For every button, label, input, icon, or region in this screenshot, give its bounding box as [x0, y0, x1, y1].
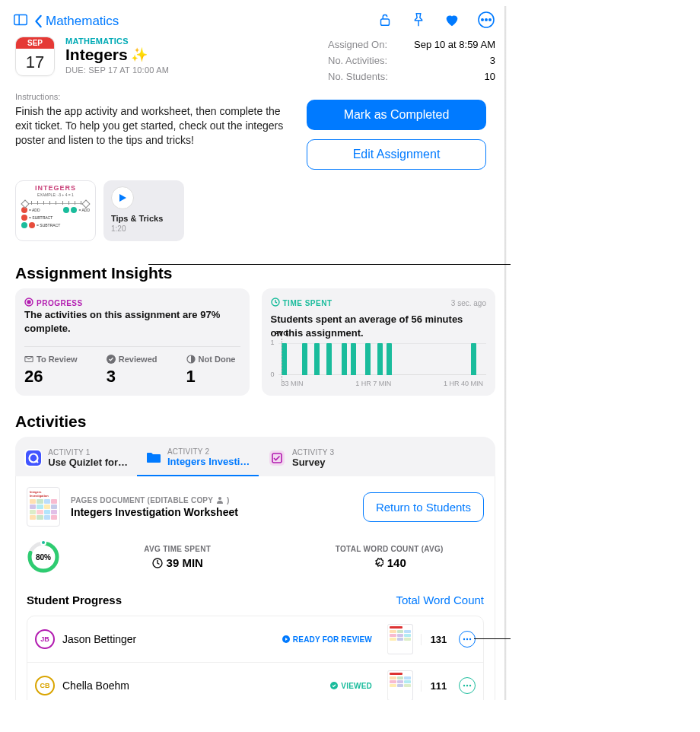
progress-summary: The activities on this assignment are 97… [24, 308, 222, 336]
svg-point-19 [218, 497, 221, 500]
tab-activity-3[interactable]: ACTIVITY 3Survey [259, 440, 380, 476]
attachment-tips-audio[interactable]: Tips & Tricks 1:20 [103, 180, 184, 241]
tab-activity-2[interactable]: ACTIVITY 2Integers Investi… [137, 440, 259, 476]
word-count-value: 140 [387, 556, 406, 569]
activities-heading: Activities [6, 396, 504, 437]
avg-time-value: 39 MIN [167, 556, 203, 569]
time-spent-card: TIME SPENT 3 sec. ago Students spent an … [262, 288, 496, 396]
student-row[interactable]: JB Jason Bettinger READY FOR REVIEW 131 [27, 616, 483, 663]
calendar-month: SEP [16, 37, 54, 49]
svg-point-6 [485, 19, 487, 21]
clock-icon [152, 558, 163, 568]
quizlet-icon [24, 449, 42, 467]
tab-activity-1[interactable]: ACTIVITY 1Use Quizlet for… [15, 440, 137, 476]
instructions-label: Instructions: [15, 92, 294, 101]
time-spent-chart: 10 AVG 33 MIN 1 HR 7 MIN 1 HR 40 MIN [271, 340, 487, 386]
back-label: Mathematics [46, 14, 119, 29]
svg-point-5 [482, 19, 483, 21]
avatar: JB [35, 629, 55, 649]
tips-title: Tips & Tricks [111, 214, 177, 223]
svg-point-7 [489, 19, 491, 21]
svg-rect-15 [26, 450, 41, 466]
tips-duration: 1:20 [111, 224, 177, 233]
due-date: DUE: SEP 17 AT 10:00 AM [65, 65, 169, 75]
document-title: Integers Investigation Worksheet [71, 506, 352, 518]
svg-point-31 [469, 685, 471, 686]
folder-icon [146, 448, 161, 466]
top-bar: Mathematics [6, 6, 504, 33]
lock-open-icon[interactable] [377, 11, 393, 31]
time-summary: Students spent an average of 56 minutes … [271, 313, 469, 340]
row-more-button[interactable] [459, 677, 476, 694]
to-review-label: To Review [24, 355, 78, 364]
more-icon[interactable] [477, 11, 495, 32]
callout-line [148, 264, 511, 265]
svg-point-30 [466, 685, 468, 686]
back-button[interactable]: Mathematics [33, 14, 119, 29]
total-word-count-link[interactable]: Total Word Count [396, 594, 484, 606]
badge-icon [373, 558, 383, 568]
edit-assignment-button[interactable]: Edit Assignment [307, 139, 486, 170]
mark-completed-button[interactable]: Mark as Completed [307, 100, 486, 130]
svg-rect-0 [14, 15, 27, 25]
document-type: PAGES DOCUMENT (EDITABLE COPY ) [71, 496, 352, 504]
reviewed-label: Reviewed [107, 355, 158, 364]
svg-point-25 [463, 638, 465, 640]
student-name: Chella Boehm [62, 679, 323, 692]
attachment-poster[interactable]: INTEGERS EXAMPLE: -3 + 4 = 1 = ADD = ADD… [15, 180, 96, 241]
student-list: JB Jason Bettinger READY FOR REVIEW 131 … [27, 616, 484, 700]
calendar-day: 17 [26, 49, 44, 75]
insights-heading: Assignment Insights [6, 246, 504, 288]
svg-point-26 [466, 638, 468, 640]
not-done-value: 1 [186, 367, 236, 387]
completion-ring: 80% [27, 540, 60, 574]
progress-card: PROGRESS The activities on this assignme… [15, 288, 250, 396]
submission-thumbnail[interactable] [387, 670, 413, 700]
to-review-value: 26 [24, 367, 78, 387]
completion-percent: 80% [27, 540, 60, 574]
student-progress-heading: Student Progress [27, 594, 122, 606]
survey-icon [268, 449, 286, 467]
svg-point-29 [463, 685, 465, 686]
assignment-title: Integers ✨ [65, 46, 169, 64]
play-icon[interactable] [111, 186, 134, 209]
document-thumbnail[interactable]: Integers Investigation [27, 487, 60, 527]
subject-label: MATHEMATICS [65, 37, 169, 46]
activity-tabs: ACTIVITY 1Use Quizlet for… ACTIVITY 2Int… [15, 440, 495, 476]
avg-time-label: AVG TIME SPENT [83, 545, 272, 553]
not-done-label: Not Done [186, 355, 236, 364]
callout-line [474, 638, 511, 639]
svg-marker-8 [119, 194, 126, 202]
svg-rect-2 [381, 19, 390, 25]
calendar-badge: SEP 17 [15, 37, 55, 76]
word-count-label: TOTAL WORD COUNT (AVG) [295, 545, 485, 553]
pin-icon[interactable] [410, 11, 427, 31]
student-word-count: 131 [421, 634, 451, 645]
svg-point-27 [469, 638, 471, 640]
reviewed-value: 3 [107, 367, 158, 387]
student-name: Jason Bettinger [62, 633, 275, 645]
sparkles-icon: ✨ [131, 46, 148, 63]
submission-thumbnail[interactable] [387, 624, 413, 654]
row-more-button[interactable] [459, 631, 476, 648]
svg-point-10 [27, 301, 30, 304]
sidebar-toggle-icon[interactable] [12, 11, 29, 31]
instructions-text: Finish the app activity and worksheet, t… [15, 104, 294, 148]
clock-icon [271, 298, 280, 308]
poster-title: INTEGERS [35, 184, 76, 192]
student-status: VIEWED [330, 682, 372, 690]
heart-icon[interactable] [444, 11, 460, 31]
time-updated: 3 sec. ago [451, 299, 486, 307]
person-icon [216, 496, 224, 504]
student-status: READY FOR REVIEW [282, 635, 372, 644]
return-students-button[interactable]: Return to Students [363, 492, 484, 522]
student-word-count: 111 [421, 680, 451, 692]
student-row[interactable]: CB Chella Boehm VIEWED 111 [27, 663, 483, 700]
avatar: CB [35, 676, 55, 695]
target-icon [24, 298, 33, 308]
assignment-meta: Assigned On:Sep 10 at 8:59 AM No. Activi… [328, 37, 495, 84]
